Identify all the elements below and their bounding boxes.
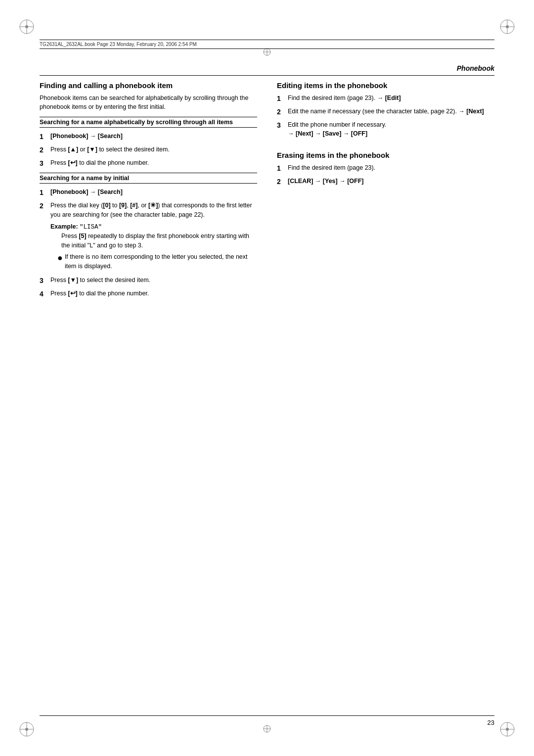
left-intro: Phonebook items can be searched for alph… (40, 94, 257, 112)
step-content: Find the desired item (page 23). (288, 163, 494, 174)
step-number: 2 (40, 201, 47, 273)
bullet-icon: ● (57, 253, 63, 271)
page-number: 23 (488, 719, 494, 726)
left-s1-step2: 2 Press [▲] or [▼] to select the desired… (40, 145, 257, 155)
step-number: 1 (40, 188, 47, 198)
example-block: Example: "LISA" (50, 222, 257, 232)
right-section2-heading: Erasing items in the phonebook (277, 150, 494, 160)
left-s2-step4: 4 Press [↩] to dial the phone number. (40, 289, 257, 299)
step-content: Press [▲] or [▼] to select the desired i… (50, 145, 257, 155)
phonebook-title: Phonebook (40, 64, 494, 76)
left-s1-step3: 3 Press [↩] to dial the phone number. (40, 158, 257, 169)
page: TG2631AL_2632AL.book Page 23 Monday, Feb… (0, 0, 534, 756)
step-number: 4 (40, 289, 47, 299)
right-section1-heading: Editing items in the phonebook (277, 81, 494, 91)
corner-mark-br (498, 720, 516, 738)
bullet-item: ● If there is no item corresponding to t… (57, 252, 257, 271)
two-column-layout: Finding and calling a phonebook item Pho… (40, 81, 494, 302)
svg-point-15 (506, 728, 509, 731)
right-s1-step3: 3 Edit the phone number if necessary. → … (277, 120, 494, 139)
file-info: TG2631AL_2632AL.book Page 23 Monday, Feb… (40, 42, 494, 47)
step-content: [Phonebook] → [Search] (50, 188, 257, 198)
right-s2-step2: 2 [CLEAR] → [Yes] → [OFF] (277, 177, 494, 187)
step-number: 3 (277, 120, 285, 139)
step-content: Press [↩] to dial the phone number. (50, 158, 257, 169)
left-column: Finding and calling a phonebook item Pho… (40, 81, 257, 302)
left-main-heading: Finding and calling a phonebook item (40, 81, 257, 91)
step-content: [CLEAR] → [Yes] → [OFF] (288, 177, 494, 187)
step-content: Press [↩] to dial the phone number. (50, 289, 257, 299)
step-number: 2 (277, 177, 285, 187)
step-number: 1 (277, 163, 285, 174)
subsection1-heading: Searching for a name alphabetically by s… (40, 117, 257, 128)
left-s2-step2: 2 Press the dial key ([0] to [9], [#], o… (40, 201, 257, 273)
right-s1-step2: 2 Edit the name if necessary (see the ch… (277, 107, 494, 117)
step-content: Find the desired item (page 23). → [Edit… (288, 94, 494, 104)
step-content: Edit the name if necessary (see the char… (288, 107, 494, 117)
right-s1-step1: 1 Find the desired item (page 23). → [Ed… (277, 94, 494, 104)
step-content: Press the dial key ([0] to [9], [#], or … (50, 201, 257, 273)
step-content: [Phonebook] → [Search] (50, 132, 257, 142)
left-s2-step3: 3 Press [▼] to select the desired item. (40, 276, 257, 286)
example-desc: Press [5] repeatedly to display the firs… (61, 232, 257, 250)
right-s2-step1: 1 Find the desired item (page 23). (277, 163, 494, 174)
subsection2-heading: Searching for a name by initial (40, 173, 257, 184)
header-area: TG2631AL_2632AL.book Page 23 Monday, Feb… (40, 40, 494, 49)
left-s2-step1: 1 [Phonebook] → [Search] (40, 188, 257, 198)
svg-point-11 (25, 728, 28, 731)
corner-mark-bl (18, 720, 36, 738)
content-area: Phonebook Finding and calling a phoneboo… (40, 64, 494, 697)
step-number: 1 (40, 132, 47, 142)
step-number: 2 (40, 145, 47, 155)
step-number: 3 (40, 158, 47, 169)
step-number: 2 (277, 107, 285, 117)
step-number: 1 (277, 94, 285, 104)
corner-mark-tr (498, 18, 516, 36)
step-content: Press [▼] to select the desired item. (50, 276, 257, 286)
corner-mark-tl (18, 18, 36, 36)
left-s1-step1: 1 [Phonebook] → [Search] (40, 132, 257, 142)
step-content: Edit the phone number if necessary. → [N… (288, 120, 494, 139)
step-number: 3 (40, 276, 47, 286)
svg-point-7 (506, 25, 509, 28)
right-column: Editing items in the phonebook 1 Find th… (277, 81, 494, 302)
svg-point-3 (25, 25, 28, 28)
center-mark-bottom (262, 724, 272, 735)
